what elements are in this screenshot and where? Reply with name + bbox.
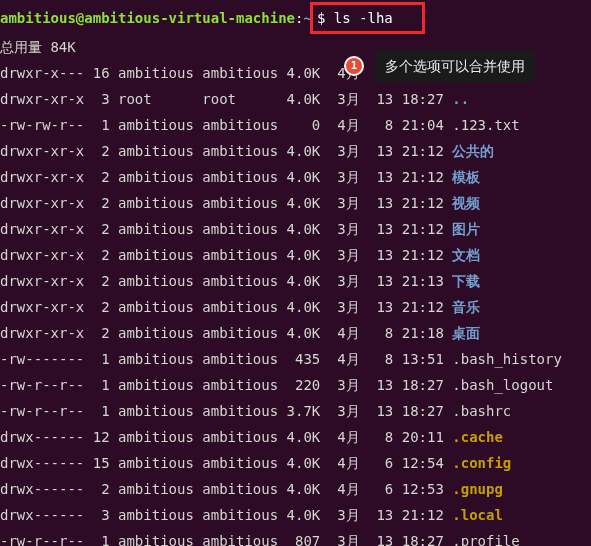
file-row: drwxr-xr-x 2 ambitious ambitious 4.0K 3月…: [0, 242, 591, 268]
file-row: drwx------ 2 ambitious ambitious 4.0K 4月…: [0, 476, 591, 502]
file-name: 图片: [452, 221, 480, 237]
file-name: 桌面: [452, 325, 480, 341]
file-row: drwxr-xr-x 2 ambitious ambitious 4.0K 4月…: [0, 320, 591, 346]
file-row: drwxr-xr-x 2 ambitious ambitious 4.0K 3月…: [0, 294, 591, 320]
file-row: -rw------- 1 ambitious ambitious 435 4月 …: [0, 346, 591, 372]
file-row: drwx------ 3 ambitious ambitious 4.0K 3月…: [0, 502, 591, 528]
file-row: drwxr-xr-x 2 ambitious ambitious 4.0K 3月…: [0, 138, 591, 164]
file-name: .local: [452, 507, 503, 523]
file-row: drwxr-xr-x 2 ambitious ambitious 4.0K 3月…: [0, 216, 591, 242]
file-row: drwx------ 15 ambitious ambitious 4.0K 4…: [0, 450, 591, 476]
annotation-badge: 1: [344, 56, 364, 76]
file-name: .gnupg: [452, 481, 503, 497]
file-row: drwx------ 12 ambitious ambitious 4.0K 4…: [0, 424, 591, 450]
file-name: .config: [452, 455, 511, 471]
file-name: 音乐: [452, 299, 480, 315]
prompt-dollar: $: [317, 10, 334, 26]
file-row: drwxr-xr-x 2 ambitious ambitious 4.0K 3月…: [0, 164, 591, 190]
file-row: drwxr-xr-x 2 ambitious ambitious 4.0K 3月…: [0, 190, 591, 216]
file-name: ..: [452, 91, 469, 107]
file-row: drwxr-xr-x 3 root root 4.0K 3月 13 18:27 …: [0, 86, 591, 112]
file-name: 文档: [452, 247, 480, 263]
file-name: 视频: [452, 195, 480, 211]
file-name: 公共的: [452, 143, 494, 159]
file-name: .profile: [452, 533, 519, 546]
file-row: -rw-r--r-- 1 ambitious ambitious 220 3月 …: [0, 372, 591, 398]
prompt-line[interactable]: ambitious@ambitious-virtual-machine:~$ l…: [0, 2, 591, 34]
file-row: -rw-rw-r-- 1 ambitious ambitious 0 4月 8 …: [0, 112, 591, 138]
file-listing: drwxr-x--- 16 ambitious ambitious 4.0K 4…: [0, 60, 591, 546]
file-name: .cache: [452, 429, 503, 445]
file-name: .bash_logout: [452, 377, 553, 393]
annotation-tooltip: 多个选项可以合并使用: [375, 50, 535, 82]
command-highlight-box: $ ls -lha: [310, 2, 425, 34]
file-row: drwxr-xr-x 2 ambitious ambitious 4.0K 3月…: [0, 268, 591, 294]
file-name: .bashrc: [452, 403, 511, 419]
file-row: -rw-r--r-- 1 ambitious ambitious 3.7K 3月…: [0, 398, 591, 424]
file-name: .123.txt: [452, 117, 519, 133]
file-name: .bash_history: [452, 351, 562, 367]
file-name: 模板: [452, 169, 480, 185]
file-name: 下载: [452, 273, 480, 289]
user-host: ambitious@ambitious-virtual-machine: [0, 10, 295, 26]
file-row: -rw-r--r-- 1 ambitious ambitious 807 3月 …: [0, 528, 591, 546]
command-text: ls -lha: [334, 10, 393, 26]
